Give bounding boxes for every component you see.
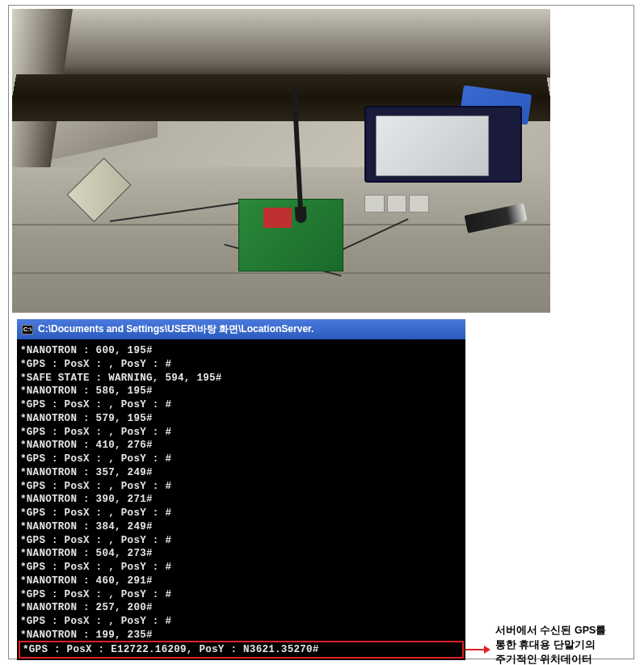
- gps-position-line: *GPS : PosX : E12722.16209, PosY : N3621…: [23, 643, 460, 657]
- console-line: *NANOTRON : 257, 200#: [20, 601, 462, 615]
- console-line: *NANOTRON : 460, 291#: [20, 575, 462, 588]
- console-line: *GPS : PosX : , PosY : #: [20, 398, 462, 412]
- console-line: *GPS : PosX : , PosY : #: [20, 358, 462, 372]
- annotation-line-2: 통한 휴대용 단말기의: [495, 638, 637, 652]
- figure-container: C:\ C:\Documents and Settings\USER\바탕 화면…: [8, 5, 634, 659]
- photo-background: [12, 9, 550, 313]
- wireless-module-board: [238, 199, 343, 271]
- console-line: *NANOTRON : 410, 276#: [20, 439, 462, 452]
- cmd-prompt-icon: C:\: [22, 325, 33, 335]
- lcd-device: [364, 106, 522, 183]
- console-line: *GPS : PosX : , PosY : #: [20, 588, 462, 602]
- annotation-arrow-line: [465, 649, 485, 650]
- console-line: *NANOTRON : 579, 195#: [20, 412, 462, 426]
- console-body: *NANOTRON : 600, 195#*GPS : PosX : , Pos…: [17, 339, 465, 660]
- console-line: *NANOTRON : 384, 249#: [20, 520, 462, 534]
- console-line: *NANOTRON : 600, 195#: [20, 344, 462, 358]
- korean-annotation: 서버에서 수신된 GPS를 통한 휴대용 단말기의 주기적인 위치데이터: [495, 623, 637, 665]
- console-line: *SAFE STATE : WARNING, 594, 195#: [20, 372, 462, 385]
- console-line: *NANOTRON : 357, 249#: [20, 466, 462, 480]
- console-window: C:\ C:\Documents and Settings\USER\바탕 화면…: [17, 319, 465, 660]
- window-frame-top: [12, 9, 550, 78]
- lcd-screen: [376, 116, 489, 176]
- console-line: *NANOTRON : 504, 273#: [20, 547, 462, 561]
- console-line: *GPS : PosX : , PosY : #: [20, 480, 462, 494]
- hardware-photo: [12, 9, 550, 313]
- annotation-line-3: 주기적인 위치데이터: [495, 652, 637, 665]
- console-titlebar: C:\ C:\Documents and Settings\USER\바탕 화면…: [17, 319, 465, 339]
- console-line: *GPS : PosX : , PosY : #: [20, 615, 462, 629]
- annotation-line-1: 서버에서 수신된 GPS를: [495, 623, 637, 638]
- console-wrapper: C:\ C:\Documents and Settings\USER\바탕 화면…: [17, 319, 465, 660]
- console-title-text: C:\Documents and Settings\USER\바탕 화면\Loc…: [38, 322, 314, 336]
- console-line: *NANOTRON : 390, 271#: [20, 493, 462, 507]
- console-line: *GPS : PosX : , PosY : #: [20, 426, 462, 440]
- highlighted-output-line: *GPS : PosX : E12722.16209, PosY : N3621…: [19, 641, 464, 659]
- serial-connectors: [364, 195, 429, 227]
- console-line: *GPS : PosX : , PosY : #: [20, 452, 462, 466]
- console-line: *GPS : PosX : , PosY : #: [20, 507, 462, 520]
- console-line: *GPS : PosX : , PosY : #: [20, 561, 462, 575]
- console-line: *GPS : PosX : , PosY : #: [20, 534, 462, 548]
- console-line: *NANOTRON : 586, 195#: [20, 385, 462, 398]
- annotation-arrow-head-icon: [484, 646, 490, 654]
- console-output: *NANOTRON : 600, 195#*GPS : PosX : , Pos…: [20, 344, 462, 642]
